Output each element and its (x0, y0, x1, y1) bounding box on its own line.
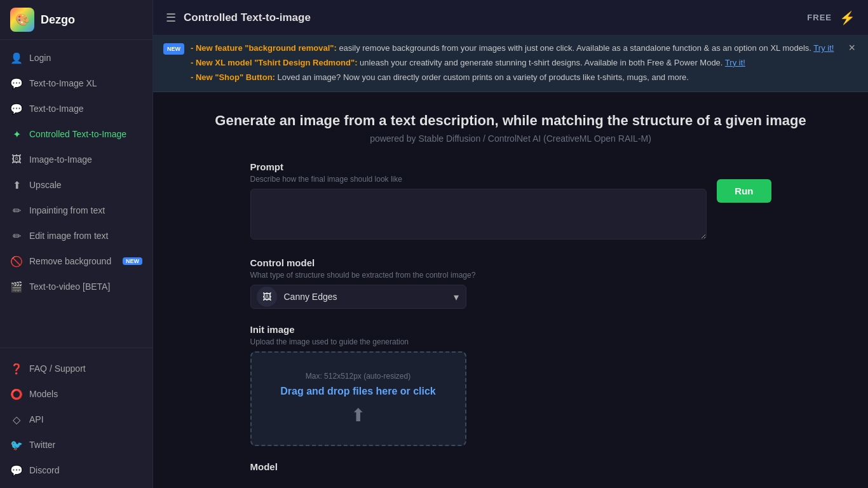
banner-line1-prefix: - New feature "background removal": (191, 43, 339, 53)
upload-cta-text: Drag and drop files here or click (264, 386, 452, 397)
model-section: Model (250, 461, 771, 472)
nav-icon-text-to-video: 🎬 (10, 280, 23, 293)
bolt-icon[interactable]: ⚡ (839, 10, 855, 25)
banner-line-3: - New "Shop" Button: Loved an image? Now… (191, 71, 842, 85)
footer-item-discord[interactable]: 💬 Discord (0, 458, 153, 483)
nav-icon-text-to-image-xl: 💬 (10, 77, 23, 90)
sidebar-item-edit-image-from-text[interactable]: ✏ Edit image from text (0, 223, 153, 248)
footer-item-api[interactable]: ◇ API (0, 407, 153, 432)
sidebar-item-image-to-image[interactable]: 🖼 Image-to-Image (0, 147, 153, 172)
badge-remove-background: NEW (123, 257, 142, 265)
nav-icon-remove-background: 🚫 (10, 255, 23, 268)
banner-line2-link[interactable]: Try it! (725, 58, 745, 67)
nav-icon-image-to-image: 🖼 (10, 153, 23, 166)
page-heading: Generate an image from a text descriptio… (179, 111, 843, 144)
banner-close-button[interactable]: × (848, 42, 855, 53)
sidebar-item-upscale[interactable]: ⬆ Upscale (0, 172, 153, 198)
footer-icon-twitter: 🐦 (10, 438, 23, 451)
init-image-section: Init image Upload the image used to guid… (250, 324, 771, 446)
footer-label-api: API (29, 414, 142, 424)
nav-label-edit-image-from-text: Edit image from text (29, 231, 142, 241)
nav-label-remove-background: Remove background (29, 256, 116, 266)
upload-area[interactable]: Max: 512x512px (auto-resized) Drag and d… (250, 351, 466, 446)
sidebar-item-inpainting-from-text[interactable]: ✏ Inpainting from text (0, 198, 153, 223)
nav-label-image-to-image: Image-to-Image (29, 154, 142, 165)
nav-label-controlled-text-to-image: Controlled Text-to-Image (29, 129, 142, 139)
announcement-banner: NEW - New feature "background removal": … (153, 36, 868, 92)
nav-icon-login: 👤 (10, 51, 23, 64)
banner-line-2: - New XL model "Tshirt Design Redmond": … (191, 57, 842, 70)
upload-max-text: Max: 512x512px (auto-resized) (264, 372, 452, 381)
banner-line3-text: Loved an image? Now you can directly ord… (278, 72, 689, 82)
control-model-section: Control model What type of structure sho… (250, 257, 771, 309)
content-area: Generate an image from a text descriptio… (153, 92, 868, 488)
prompt-row: Prompt Describe how the final image shou… (250, 161, 771, 242)
sidebar-item-text-to-image-xl[interactable]: 💬 Text-to-Image XL (0, 71, 153, 96)
app-logo: 🎨 (10, 8, 34, 32)
topbar-title: Controlled Text-to-image (184, 11, 799, 24)
nav-label-upscale: Upscale (29, 180, 142, 190)
nav-icon-inpainting-from-text: ✏ (10, 204, 23, 217)
banner-line2-prefix: - New XL model "Tshirt Design Redmond": (191, 58, 360, 67)
prompt-group: Prompt Describe how the final image shou… (250, 161, 707, 242)
prompt-hint: Describe how the final image should look… (250, 175, 707, 184)
sidebar-footer: ❓ FAQ / Support ⭕ Models ◇ API 🐦 Twitter… (0, 351, 153, 488)
sidebar-item-login[interactable]: 👤 Login (0, 45, 153, 71)
sidebar-item-text-to-image[interactable]: 💬 Text-to-Image (0, 96, 153, 121)
topbar-right: FREE ⚡ (807, 10, 855, 25)
banner-content: - New feature "background removal": easi… (191, 42, 842, 85)
nav-icon-text-to-image: 💬 (10, 102, 23, 115)
banner-line1-link[interactable]: Try it! (813, 43, 834, 53)
footer-icon-models: ⭕ (10, 388, 23, 400)
app-name: Dezgo (41, 13, 75, 27)
footer-label-discord: Discord (29, 465, 142, 475)
banner-line-1: - New feature "background removal": easi… (191, 42, 842, 55)
prompt-label: Prompt (250, 161, 707, 172)
footer-item-models[interactable]: ⭕ Models (0, 381, 153, 407)
sidebar-item-text-to-video[interactable]: 🎬 Text-to-video [BETA] (0, 274, 153, 299)
control-model-hint: What type of structure should be extract… (250, 271, 771, 280)
control-model-select[interactable]: Canny Edges Depth Map Normal Map OpenPos… (250, 285, 466, 309)
banner-line1-text: easily remove backgrounds from your imag… (339, 43, 811, 53)
banner-line2-text: unleash your creativity and generate stu… (360, 58, 722, 67)
sidebar-header: 🎨 Dezgo (0, 0, 153, 40)
control-model-icon: 🖼 (257, 287, 277, 307)
main-form: Prompt Describe how the final image shou… (250, 161, 771, 472)
footer-icon-faq: ❓ (10, 362, 23, 375)
sidebar-item-controlled-text-to-image[interactable]: ✦ Controlled Text-to-Image (0, 121, 153, 147)
free-badge: FREE (807, 13, 832, 22)
nav-label-inpainting-from-text: Inpainting from text (29, 205, 142, 215)
init-image-hint: Upload the image used to guide the gener… (250, 337, 771, 346)
footer-label-faq: FAQ / Support (29, 363, 142, 374)
nav-icon-controlled-text-to-image: ✦ (10, 128, 23, 140)
footer-label-models: Models (29, 389, 142, 399)
page-title: Generate an image from a text descriptio… (179, 111, 843, 131)
prompt-input[interactable] (250, 189, 707, 240)
logo-emoji: 🎨 (15, 13, 29, 27)
nav-icon-upscale: ⬆ (10, 179, 23, 191)
control-model-select-wrapper: 🖼 Canny Edges Depth Map Normal Map OpenP… (250, 285, 466, 309)
page-subtitle: powered by Stable Diffusion / ControlNet… (179, 133, 843, 144)
topbar: ☰ Controlled Text-to-image FREE ⚡ (153, 0, 868, 36)
menu-icon[interactable]: ☰ (166, 11, 176, 25)
nav-label-text-to-video: Text-to-video [BETA] (29, 281, 142, 292)
banner-line3-prefix: - New "Shop" Button: (191, 72, 278, 82)
nav-label-text-to-image: Text-to-Image (29, 104, 142, 114)
main-content: ☰ Controlled Text-to-image FREE ⚡ NEW - … (153, 0, 868, 488)
nav-icon-edit-image-from-text: ✏ (10, 229, 23, 242)
control-model-label: Control model (250, 257, 771, 268)
footer-icon-discord: 💬 (10, 464, 23, 477)
sidebar-nav: 👤 Login 💬 Text-to-Image XL 💬 Text-to-Ima… (0, 40, 153, 345)
sidebar: 🎨 Dezgo 👤 Login 💬 Text-to-Image XL 💬 Tex… (0, 0, 153, 488)
init-image-label: Init image (250, 324, 771, 335)
upload-icon: ⬆ (264, 405, 452, 426)
footer-icon-api: ◇ (10, 413, 23, 426)
sidebar-item-remove-background[interactable]: 🚫 Remove background NEW (0, 248, 153, 274)
nav-label-login: Login (29, 53, 142, 63)
model-section-label: Model (250, 461, 771, 472)
footer-item-twitter[interactable]: 🐦 Twitter (0, 432, 153, 458)
banner-new-badge: NEW (163, 43, 184, 55)
run-button[interactable]: Run (717, 179, 771, 203)
footer-item-faq[interactable]: ❓ FAQ / Support (0, 356, 153, 381)
nav-label-text-to-image-xl: Text-to-Image XL (29, 78, 142, 88)
